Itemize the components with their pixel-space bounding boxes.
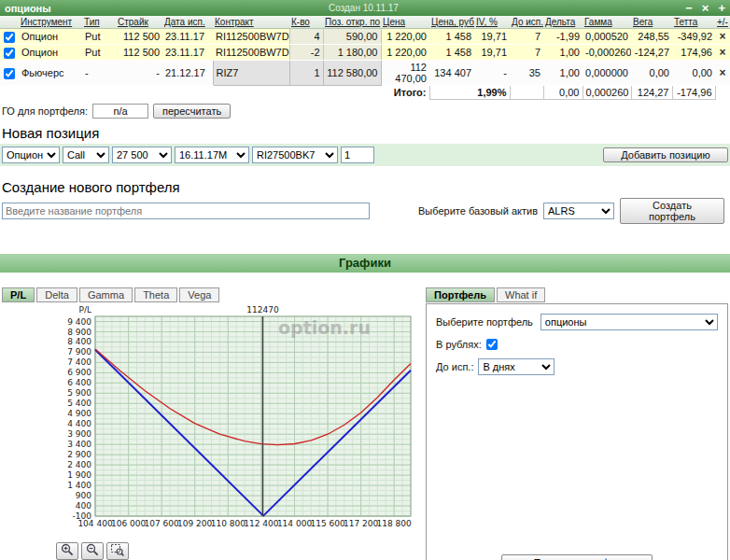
col-header-plus-minus[interactable]: +/-	[715, 16, 730, 29]
col-header-iv[interactable]: IV, %	[474, 16, 510, 29]
add-icon[interactable]: +	[718, 1, 725, 15]
tab-gamma[interactable]: Gamma	[79, 287, 133, 302]
delete-position-icon[interactable]: ×	[715, 45, 730, 61]
tab-what-if[interactable]: What if	[497, 287, 545, 302]
zoom-out-button[interactable]	[81, 542, 104, 560]
col-header-price-rub[interactable]: Цена, руб.	[429, 16, 474, 29]
cell-delta: 1,00	[543, 45, 583, 61]
cell-exp-date: 21.12.17	[162, 61, 213, 86]
tab-portfolio[interactable]: Портфель	[426, 287, 495, 302]
contract-select[interactable]: RI27500BK7	[252, 147, 338, 163]
cell-price-rub: 1 458	[429, 29, 474, 45]
col-header-qty[interactable]: К-во	[289, 16, 323, 29]
col-header-vega[interactable]: Вега	[631, 16, 672, 29]
col-header-days[interactable]: До исп.	[510, 16, 543, 29]
y-tick-label: 5 900	[67, 388, 91, 398]
cell-vega: -124,27	[631, 45, 672, 61]
instrument-select[interactable]: Опцион	[2, 147, 60, 163]
cell-instrument: Опцион	[19, 29, 82, 45]
cell-theta: 0,00	[672, 61, 715, 86]
zoom-in-button[interactable]	[56, 542, 78, 560]
cell-open-price[interactable]: 1 180,00	[323, 45, 381, 61]
cell-price: 112 470,00	[381, 61, 429, 86]
col-header-gamma[interactable]: Гамма	[583, 16, 631, 29]
cell-contract: RI112500BW7D	[213, 29, 289, 45]
col-header-strike[interactable]: Страйк	[116, 16, 162, 29]
y-tick-label: 9 400	[67, 317, 91, 327]
charts-panels: P/L Delta Gamma Theta Vega 104 400106 00…	[0, 287, 730, 560]
portfolio-select[interactable]: опционы	[540, 314, 718, 330]
select-portfolio-label: Выберите портфель	[436, 316, 533, 328]
exp-date-select[interactable]: 16.11.17М	[175, 147, 249, 163]
cell-type: -	[82, 61, 116, 86]
cell-days: 35	[510, 61, 543, 86]
col-header-type[interactable]: Тип	[82, 16, 116, 29]
col-header-theta[interactable]: Тетта	[672, 16, 715, 29]
cell-qty[interactable]: -2	[289, 45, 323, 61]
base-asset-select[interactable]: ALRS	[543, 203, 614, 219]
minimize-icon[interactable]: −	[685, 1, 693, 15]
y-tick-label: 8 900	[67, 328, 91, 337]
strike-select[interactable]: 27 500	[112, 147, 172, 163]
recalculate-button[interactable]: пересчитать	[153, 104, 231, 119]
cell-qty[interactable]: 1	[289, 61, 323, 86]
cell-days: 7	[510, 45, 543, 61]
col-header-open-price[interactable]: Поз. откр. по	[323, 16, 381, 29]
delete-position-icon[interactable]: ×	[715, 29, 730, 45]
margin-value: n/a	[92, 104, 148, 119]
charts-section-title: Графики	[0, 254, 730, 273]
totals-delta: 0,00	[543, 86, 583, 100]
rubles-checkbox[interactable]	[486, 339, 498, 350]
position-checkbox[interactable]	[4, 32, 15, 43]
cell-price-rub: 134 407	[429, 61, 474, 86]
col-header-contract[interactable]: Контракт	[213, 16, 289, 29]
option-type-select[interactable]: Call	[63, 147, 109, 163]
cell-qty[interactable]: 4	[289, 29, 323, 45]
new-position-heading: Новая позиция	[2, 125, 730, 141]
cell-iv: -	[474, 61, 510, 86]
portfolio-name-input[interactable]	[2, 203, 370, 219]
add-position-button[interactable]: Добавить позицию	[603, 147, 728, 162]
cell-theta: 174,96	[672, 45, 715, 61]
col-header-delta[interactable]: Дельта	[543, 16, 583, 29]
cell-iv: 19,71	[474, 29, 510, 45]
tab-vega[interactable]: Vega	[179, 287, 219, 302]
tab-pl[interactable]: P/L	[2, 287, 35, 302]
position-row: Опцион Put 112 500 23.11.17 RI112500BW7D…	[0, 45, 730, 61]
magnifier-plus-icon	[61, 543, 74, 559]
positions-table: Инструмент Тип Страйк Дата исп. Контракт…	[0, 16, 730, 100]
y-tick-label: 3 900	[67, 429, 91, 439]
totals-label: Итого:	[0, 86, 429, 100]
position-checkbox[interactable]	[4, 68, 15, 79]
position-checkbox[interactable]	[4, 48, 15, 59]
cell-contract[interactable]: RIZ7	[213, 61, 289, 86]
tab-delta[interactable]: Delta	[36, 287, 77, 302]
x-tick-label: 118 800	[377, 519, 412, 528]
new-portfolio-heading: Создание нового портфеля	[2, 179, 730, 195]
col-header-exp-date[interactable]: Дата исп.	[162, 16, 213, 29]
totals-percent: 1,99%	[429, 86, 510, 100]
magnifier-minus-icon	[86, 543, 99, 559]
portfolio-title: опционы	[5, 3, 51, 14]
quantity-input[interactable]	[341, 147, 374, 163]
chart-tabs: P/L Delta Gamma Theta Vega	[2, 287, 420, 303]
cell-price-rub: 1 458	[429, 45, 474, 61]
rubles-label: В рублях:	[436, 339, 482, 350]
col-header-instrument[interactable]: Инструмент	[19, 16, 82, 29]
cell-open-price[interactable]: 590,00	[323, 29, 381, 45]
x-tick-label: 115 600	[310, 519, 344, 528]
col-header-price[interactable]: Цена	[381, 16, 429, 29]
build-chart-button[interactable]: Построить график	[501, 554, 653, 560]
create-portfolio-button[interactable]: Создать портфель	[620, 198, 724, 224]
totals-gamma: 0,000260	[583, 86, 631, 100]
tab-theta[interactable]: Theta	[134, 287, 177, 302]
close-icon[interactable]: ×	[702, 1, 709, 15]
days-mode-select[interactable]: В днях	[478, 358, 555, 375]
cell-open-price[interactable]: 112 580,00	[323, 61, 381, 86]
cell-delta: 1,00	[543, 61, 583, 86]
zoom-region-button[interactable]	[106, 542, 129, 560]
y-tick-label: 400	[76, 501, 91, 511]
delete-position-icon[interactable]: ×	[715, 61, 730, 86]
totals-row: Итого: 1,99% 0,00 0,000260 124,27 -174,9…	[0, 86, 730, 100]
cell-instrument: Опцион	[19, 45, 82, 61]
